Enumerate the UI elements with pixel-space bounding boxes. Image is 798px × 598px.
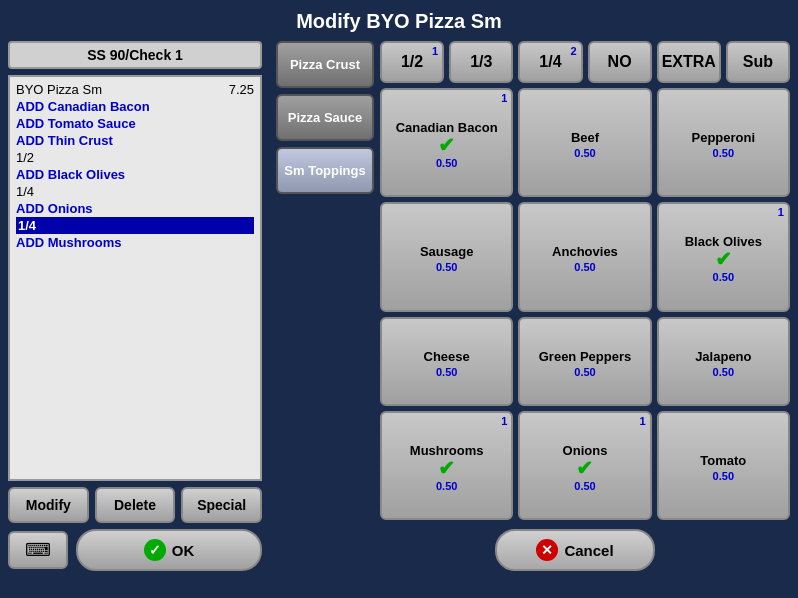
fraction-btn-NO[interactable]: NO [588, 41, 652, 83]
topping-btn-jalapeno[interactable]: Jalapeno0.50 [657, 317, 790, 406]
cancel-button[interactable]: ✕ Cancel [495, 529, 655, 571]
right-bottom: ✕ Cancel [380, 525, 790, 571]
topping-price: 0.50 [713, 271, 734, 283]
topping-btn-canadian-bacon[interactable]: 1Canadian Bacon✔0.50 [380, 88, 513, 197]
ok-label: OK [172, 542, 195, 559]
fraction-btn-1-4[interactable]: 21/4 [518, 41, 582, 83]
topping-name: Green Peppers [539, 349, 632, 364]
cancel-label: Cancel [564, 542, 613, 559]
order-item: ADD Mushrooms [16, 234, 254, 251]
topping-price: 0.50 [574, 147, 595, 159]
topping-name: Cheese [424, 349, 470, 364]
topping-check-icon: ✔ [438, 135, 455, 155]
topping-name: Anchovies [552, 244, 618, 259]
topping-price: 0.50 [436, 480, 457, 492]
topping-btn-anchovies[interactable]: Anchovies0.50 [518, 202, 651, 311]
topping-btn-sausage[interactable]: Sausage0.50 [380, 202, 513, 311]
topping-btn-cheese[interactable]: Cheese0.50 [380, 317, 513, 406]
middle-panel: Pizza CrustPizza SauceSm Toppings [270, 41, 380, 579]
topping-name: Black Olives [685, 234, 762, 249]
topping-btn-tomato[interactable]: Tomato0.50 [657, 411, 790, 520]
topping-grid: 1Canadian Bacon✔0.50Beef0.50Pepperoni0.5… [380, 88, 790, 520]
special-button[interactable]: Special [181, 487, 262, 523]
cancel-x-icon: ✕ [536, 539, 558, 561]
topping-price: 0.50 [436, 366, 457, 378]
topping-price: 0.50 [574, 480, 595, 492]
order-item: ADD Thin Crust [16, 132, 254, 149]
topping-name: Beef [571, 130, 599, 145]
topping-btn-onions[interactable]: 1Onions✔0.50 [518, 411, 651, 520]
right-panel: 11/21/321/4NOEXTRASub 1Canadian Bacon✔0.… [380, 41, 798, 579]
fraction-btn-1-2[interactable]: 11/2 [380, 41, 444, 83]
ok-button[interactable]: ✓ OK [76, 529, 262, 571]
topping-price: 0.50 [713, 147, 734, 159]
tab-pizza-sauce[interactable]: Pizza Sauce [276, 94, 374, 141]
order-item: 1/2 [16, 149, 254, 166]
topping-name: Sausage [420, 244, 473, 259]
topping-badge: 1 [778, 206, 784, 218]
topping-btn-green-peppers[interactable]: Green Peppers0.50 [518, 317, 651, 406]
action-buttons: Modify Delete Special [8, 487, 262, 523]
topping-btn-beef[interactable]: Beef0.50 [518, 88, 651, 197]
topping-price: 0.50 [574, 366, 595, 378]
topping-check-icon: ✔ [438, 458, 455, 478]
topping-name: Mushrooms [410, 443, 484, 458]
topping-price: 0.50 [713, 366, 734, 378]
check-header: SS 90/Check 1 [8, 41, 262, 69]
topping-price: 0.50 [436, 261, 457, 273]
keyboard-button[interactable]: ⌨ [8, 531, 68, 569]
fraction-btn-1-3[interactable]: 1/3 [449, 41, 513, 83]
bottom-row: ⌨ ✓ OK [8, 529, 262, 571]
topping-price: 0.50 [713, 470, 734, 482]
topping-btn-black-olives[interactable]: 1Black Olives✔0.50 [657, 202, 790, 311]
topping-check-icon: ✔ [576, 458, 593, 478]
topping-name: Pepperoni [692, 130, 756, 145]
order-item-name: BYO Pizza Sm [16, 82, 102, 97]
order-item: BYO Pizza Sm7.25 [16, 81, 254, 98]
delete-button[interactable]: Delete [95, 487, 176, 523]
tab-sm-toppings[interactable]: Sm Toppings [276, 147, 374, 194]
order-list: BYO Pizza Sm7.25ADD Canadian BaconADD To… [8, 75, 262, 481]
left-panel: SS 90/Check 1 BYO Pizza Sm7.25ADD Canadi… [0, 41, 270, 579]
fraction-row: 11/21/321/4NOEXTRASub [380, 41, 790, 83]
topping-btn-mushrooms[interactable]: 1Mushrooms✔0.50 [380, 411, 513, 520]
order-item: 1/4 [16, 183, 254, 200]
topping-badge: 1 [501, 92, 507, 104]
order-item[interactable]: 1/4 [16, 217, 254, 234]
fraction-btn-EXTRA[interactable]: EXTRA [657, 41, 721, 83]
keyboard-icon: ⌨ [25, 539, 51, 561]
page-title: Modify BYO Pizza Sm [0, 0, 798, 41]
topping-check-icon: ✔ [715, 249, 732, 269]
topping-badge: 1 [640, 415, 646, 427]
topping-name: Canadian Bacon [396, 120, 498, 135]
order-item: ADD Onions [16, 200, 254, 217]
fraction-btn-Sub[interactable]: Sub [726, 41, 790, 83]
topping-btn-pepperoni[interactable]: Pepperoni0.50 [657, 88, 790, 197]
topping-name: Tomato [700, 453, 746, 468]
badge: 1 [432, 45, 438, 57]
topping-name: Jalapeno [695, 349, 751, 364]
topping-price: 0.50 [574, 261, 595, 273]
ok-check-icon: ✓ [144, 539, 166, 561]
tab-pizza-crust[interactable]: Pizza Crust [276, 41, 374, 88]
order-item: ADD Black Olives [16, 166, 254, 183]
order-item-price: 7.25 [229, 82, 254, 97]
modify-button[interactable]: Modify [8, 487, 89, 523]
order-item: ADD Canadian Bacon [16, 98, 254, 115]
topping-name: Onions [563, 443, 608, 458]
topping-price: 0.50 [436, 157, 457, 169]
order-item: ADD Tomato Sauce [16, 115, 254, 132]
topping-badge: 1 [501, 415, 507, 427]
badge: 2 [570, 45, 576, 57]
